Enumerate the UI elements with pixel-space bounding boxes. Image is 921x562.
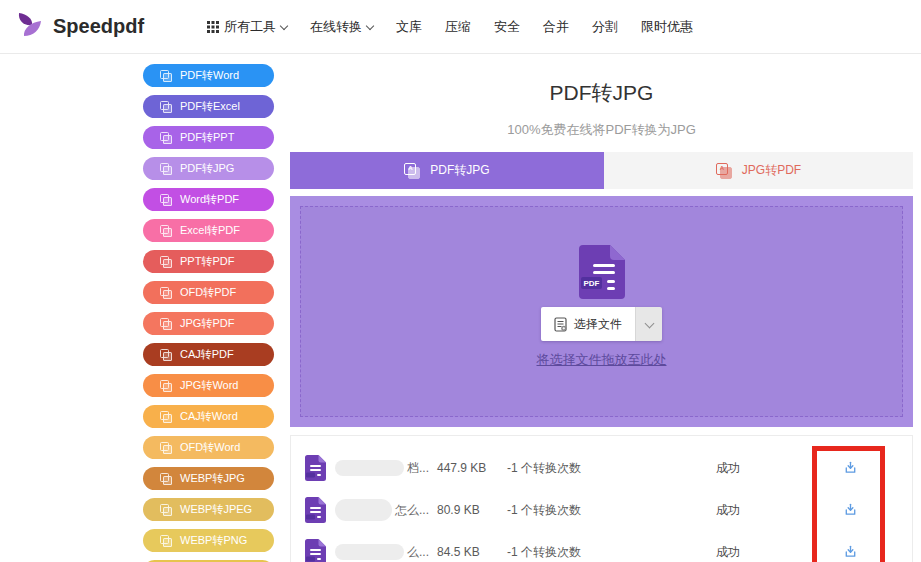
converter-tabs: PDF转JPG JPG转PDF xyxy=(290,152,913,189)
sidebar-item-label: PPT转PDF xyxy=(180,254,234,269)
tab-pdf-to-jpg[interactable]: PDF转JPG xyxy=(290,152,604,189)
convert-icon xyxy=(160,349,172,361)
sidebar-item-label: PDF转JPG xyxy=(180,161,234,176)
sidebar-item-pdf-to-ppt[interactable]: PDF转PPT xyxy=(143,126,274,149)
download-button[interactable] xyxy=(843,460,858,475)
pdf-file-icon xyxy=(305,497,326,523)
nav-all-tools[interactable]: 所有工具 xyxy=(207,18,287,36)
tab-jpg-to-pdf[interactable]: JPG转PDF xyxy=(604,152,913,189)
nav-label: 限时优惠 xyxy=(641,18,693,36)
status-text: 成功 xyxy=(716,460,740,477)
sidebar-item-webp-to-png[interactable]: WEBP转PNG xyxy=(143,529,274,552)
choose-file-dropdown[interactable] xyxy=(635,307,662,341)
sidebar-item-label: PDF转Word xyxy=(180,68,239,83)
pdf-file-icon: PDF xyxy=(579,245,625,299)
conversion-tools-sidebar: PDF转Word PDF转Excel PDF转PPT PDF转JPG Word转… xyxy=(143,64,274,562)
upload-dropzone[interactable]: PDF 选择文件 将选择文件拖放至此处 xyxy=(290,196,913,427)
sidebar-item-pdf-to-excel[interactable]: PDF转Excel xyxy=(143,95,274,118)
sidebar-item-webp-to-jpg[interactable]: WEBP转JPG xyxy=(143,467,274,490)
nav-label: 所有工具 xyxy=(224,18,276,36)
convert-icon xyxy=(160,535,172,547)
conversion-count: -1 个转换次数 xyxy=(507,460,589,477)
redacted-name-blob xyxy=(335,499,392,521)
pdf-file-icon xyxy=(305,539,326,562)
converted-file-list: 档... 447.9 KB -1 个转换次数 成功 怎么... 8 xyxy=(290,435,913,562)
file-name-suffix: 怎么... xyxy=(395,502,429,519)
sidebar-item-excel-to-pdf[interactable]: Excel转PDF xyxy=(143,219,274,242)
nav-compress[interactable]: 压缩 xyxy=(445,18,471,36)
nav-label: 压缩 xyxy=(445,18,471,36)
sidebar-item-jpg-to-word[interactable]: JPG转Word xyxy=(143,374,274,397)
download-button[interactable] xyxy=(843,544,858,559)
download-button[interactable] xyxy=(843,502,858,517)
sidebar-item-caj-to-word[interactable]: CAJ转Word xyxy=(143,405,274,428)
tab-label: PDF转JPG xyxy=(430,162,489,179)
file-size: 447.9 KB xyxy=(437,461,507,475)
sidebar-item-ofd-to-word[interactable]: OFD转Word xyxy=(143,436,274,459)
sidebar-item-label: OFD转Word xyxy=(180,440,240,455)
sidebar-item-ofd-to-pdf[interactable]: OFD转PDF xyxy=(143,281,274,304)
pdf-badge-text: PDF xyxy=(583,279,599,288)
nav-online-convert[interactable]: 在线转换 xyxy=(310,18,373,36)
file-name: 么... xyxy=(335,544,429,561)
convert-icon xyxy=(160,504,172,516)
top-navbar: Speedpdf 所有工具 在线转换 文库 压缩 安全 合并 分割 限时优惠 xyxy=(0,0,921,54)
sidebar-item-webp-to-jpeg[interactable]: WEBP转JPEG xyxy=(143,498,274,521)
convert-icon xyxy=(160,256,172,268)
chevron-down-icon xyxy=(366,21,374,29)
file-size: 84.5 KB xyxy=(437,545,507,559)
file-name: 怎么... xyxy=(335,499,429,521)
convert-icon xyxy=(160,132,172,144)
convert-icon xyxy=(160,411,172,423)
nav-split[interactable]: 分割 xyxy=(592,18,618,36)
file-row-1: 档... 447.9 KB -1 个转换次数 成功 xyxy=(291,447,912,489)
drop-hint-text: 将选择文件拖放至此处 xyxy=(537,351,667,369)
sidebar-item-ppt-to-pdf[interactable]: PPT转PDF xyxy=(143,250,274,273)
convert-icon xyxy=(404,163,420,179)
convert-icon xyxy=(160,101,172,113)
file-name-suffix: 么... xyxy=(407,544,429,561)
status-text: 成功 xyxy=(716,502,740,519)
page-subtitle: 100%免费在线将PDF转换为JPG xyxy=(290,121,913,139)
sidebar-item-pdf-to-word[interactable]: PDF转Word xyxy=(143,64,274,87)
sidebar-item-caj-to-pdf[interactable]: CAJ转PDF xyxy=(143,343,274,366)
sidebar-item-label: PDF转Excel xyxy=(180,99,240,114)
choose-file-button[interactable]: 选择文件 xyxy=(541,307,662,341)
file-name-suffix: 档... xyxy=(407,460,429,477)
nav-label: 合并 xyxy=(543,18,569,36)
nav-security[interactable]: 安全 xyxy=(494,18,520,36)
tab-label: JPG转PDF xyxy=(742,162,801,179)
document-icon xyxy=(554,317,567,332)
sidebar-item-pdf-to-jpg[interactable]: PDF转JPG xyxy=(143,157,274,180)
logo[interactable]: Speedpdf xyxy=(14,10,144,42)
sidebar-item-label: WEBP转PNG xyxy=(180,533,247,548)
sidebar-item-label: Excel转PDF xyxy=(180,223,240,238)
sidebar-item-label: WEBP转JPEG xyxy=(180,502,252,517)
choose-file-main[interactable]: 选择文件 xyxy=(541,307,635,341)
redacted-name-blob xyxy=(335,460,404,476)
grid-icon xyxy=(207,21,219,33)
sidebar-item-jpg-to-pdf[interactable]: JPG转PDF xyxy=(143,312,274,335)
convert-icon xyxy=(716,163,732,179)
nav-label: 分割 xyxy=(592,18,618,36)
choose-file-label: 选择文件 xyxy=(574,316,622,333)
nav-label: 安全 xyxy=(494,18,520,36)
file-name: 档... xyxy=(335,460,429,477)
pdf-file-icon xyxy=(305,455,326,481)
sidebar-item-word-to-pdf[interactable]: Word转PDF xyxy=(143,188,274,211)
status-text: 成功 xyxy=(716,544,740,561)
convert-icon xyxy=(160,70,172,82)
file-row-2: 怎么... 80.9 KB -1 个转换次数 成功 xyxy=(291,489,912,531)
sidebar-item-label: JPG转PDF xyxy=(180,316,234,331)
progress-bar xyxy=(589,506,706,514)
logo-text: Speedpdf xyxy=(53,15,144,38)
page-title: PDF转JPG xyxy=(290,79,913,107)
nav-merge[interactable]: 合并 xyxy=(543,18,569,36)
convert-icon xyxy=(160,287,172,299)
nav-library[interactable]: 文库 xyxy=(396,18,422,36)
nav-limited-offer[interactable]: 限时优惠 xyxy=(641,18,693,36)
main-nav: 所有工具 在线转换 文库 压缩 安全 合并 分割 限时优惠 xyxy=(207,0,693,54)
nav-label: 文库 xyxy=(396,18,422,36)
sidebar-item-label: CAJ转Word xyxy=(180,409,238,424)
conversion-count: -1 个转换次数 xyxy=(507,502,589,519)
